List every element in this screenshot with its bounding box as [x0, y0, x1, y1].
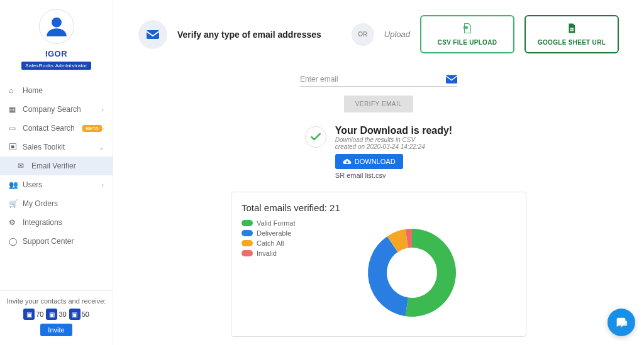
check-icon — [309, 131, 322, 143]
chart-body: Valid Format Deliverable Catch All Inval… — [242, 219, 516, 326]
sidebar: IGOR SalesRocks Administrator ⌂ Home ▦ C… — [0, 0, 113, 345]
swatch — [242, 240, 253, 246]
success-check — [305, 126, 326, 148]
nav-label: Users — [23, 180, 102, 189]
svg-rect-6 — [446, 75, 457, 84]
nav-company-search[interactable]: ▦ Company Search › — [0, 100, 113, 119]
user-icon — [45, 14, 69, 38]
chevron-down-icon: ⌄ — [99, 144, 104, 151]
nav-label: Email Verifier — [31, 162, 104, 170]
mail-circle — [138, 20, 167, 49]
svg-point-0 — [52, 18, 62, 28]
legend-valid-format: Valid Format — [242, 219, 296, 227]
download-sub2: created on 2020-03-24 14:22:24 — [335, 143, 452, 150]
chat-fab[interactable] — [608, 309, 635, 336]
nav-contact-search[interactable]: ▭ Contact Search BETA › — [0, 119, 113, 138]
mail-icon: ✉ — [18, 162, 26, 170]
email-input-row — [138, 72, 619, 87]
download-button-label: DOWNLOAD — [355, 158, 396, 165]
cloud-download-icon — [343, 157, 352, 166]
nav-label: Home — [23, 86, 104, 95]
username: IGOR — [0, 49, 113, 58]
verify-email-button[interactable]: VERIFY EMAIL — [344, 96, 414, 112]
email-input[interactable] — [300, 72, 446, 86]
nav-users[interactable]: 👥 Users › — [0, 175, 113, 194]
nav-my-orders[interactable]: 🛒 My Orders — [0, 194, 113, 213]
download-section: Your Download is ready! Download the res… — [138, 125, 619, 179]
page-title: Verify any type of email addresses — [177, 30, 341, 40]
reward-chip: ▣50 — [69, 309, 89, 320]
swatch — [242, 220, 253, 226]
chart-title: Total emails verified: 21 — [242, 202, 516, 213]
nav-label: My Orders — [23, 199, 104, 208]
invite-section: Invite your contacts and receive: ▣70 ▣3… — [0, 290, 113, 345]
legend-invalid: Invalid — [242, 249, 296, 257]
legend-label: Catch All — [257, 239, 284, 247]
cart-icon: 🛒 — [9, 199, 18, 208]
donut-chart — [308, 219, 516, 326]
id-icon: ▣ — [46, 309, 57, 320]
donut-slice — [405, 229, 455, 317]
nav-home[interactable]: ⌂ Home — [0, 81, 113, 100]
swatch — [242, 250, 253, 256]
nav-label: Company Search — [23, 105, 102, 114]
invite-title: Invite your contacts and receive: — [4, 297, 109, 305]
nav-label: Sales Toolkit — [23, 143, 99, 151]
nav-integrations[interactable]: ⚙ Integrations — [0, 213, 113, 232]
legend-catch-all: Catch All — [242, 239, 296, 247]
upload-label: Upload — [384, 30, 410, 39]
gsheet-upload-label: GOOGLE SHEET URL — [536, 39, 608, 46]
nav: ⌂ Home ▦ Company Search › ▭ Contact Sear… — [0, 81, 113, 290]
home-icon: ⌂ — [9, 86, 18, 95]
csv-upload-button[interactable]: CSV FILE UPLOAD — [420, 15, 514, 53]
users-icon: 👥 — [9, 180, 18, 189]
briefcase-icon: ▣ — [69, 309, 80, 320]
card-icon: ▭ — [9, 124, 18, 133]
gsheet-upload-button[interactable]: GOOGLE SHEET URL — [525, 15, 619, 53]
chart-card: Total emails verified: 21 Valid Format D… — [231, 192, 526, 337]
or-divider: OR — [352, 23, 374, 46]
nav-support-center[interactable]: ◯ Support Center — [0, 232, 113, 251]
download-button[interactable]: DOWNLOAD — [335, 154, 403, 169]
beta-badge: BETA — [82, 125, 101, 132]
header-row: Verify any type of email addresses OR Up… — [138, 15, 619, 53]
reward-chip: ▣70 — [23, 309, 43, 320]
role-badge: SalesRocks Administrator — [21, 62, 91, 70]
nav-sales-toolkit[interactable]: 🞕 Sales Toolkit ⌄ — [0, 138, 113, 156]
verify-button-wrap: VERIFY EMAIL — [138, 96, 619, 112]
avatar[interactable] — [39, 9, 74, 44]
gear-icon: ⚙ — [9, 218, 18, 227]
profile-section: IGOR SalesRocks Administrator — [0, 0, 113, 75]
reward-value: 30 — [58, 310, 66, 318]
chart-title-prefix: Total emails verified: — [242, 202, 330, 213]
invite-button[interactable]: Invite — [40, 324, 72, 336]
svg-rect-2 — [464, 26, 468, 29]
legend-label: Valid Format — [257, 219, 296, 227]
briefcase-icon: 🞕 — [9, 143, 18, 151]
donut-svg — [358, 219, 465, 326]
download-title: Your Download is ready! — [335, 125, 452, 136]
main-content: Verify any type of email addresses OR Up… — [113, 0, 644, 345]
reward-chip: ▣30 — [46, 309, 66, 320]
nav-email-verifier[interactable]: ✉ Email Verifier — [0, 156, 113, 175]
gsheet-icon — [566, 23, 577, 34]
nav-label: Integrations — [23, 218, 104, 227]
reward-value: 70 — [36, 310, 43, 318]
mail-icon — [446, 75, 457, 84]
chart-total: 21 — [330, 202, 340, 213]
invite-rewards: ▣70 ▣30 ▣50 — [4, 309, 109, 320]
legend-label: Invalid — [257, 249, 277, 257]
download-sub1: Download the results in CSV — [335, 136, 452, 143]
chart-legend: Valid Format Deliverable Catch All Inval… — [242, 219, 296, 326]
download-filename: SR email list.csv — [335, 172, 452, 179]
email-input-wrap — [300, 72, 457, 87]
legend-label: Deliverable — [257, 229, 291, 237]
headset-icon: ◯ — [9, 237, 18, 246]
reward-value: 50 — [82, 310, 89, 318]
swatch — [242, 230, 253, 236]
chevron-right-icon: › — [102, 125, 104, 132]
building-icon: ▦ — [9, 105, 18, 114]
nav-label: Support Center — [23, 237, 104, 246]
nav-label: Contact Search — [23, 124, 79, 133]
chevron-right-icon: › — [102, 106, 104, 113]
